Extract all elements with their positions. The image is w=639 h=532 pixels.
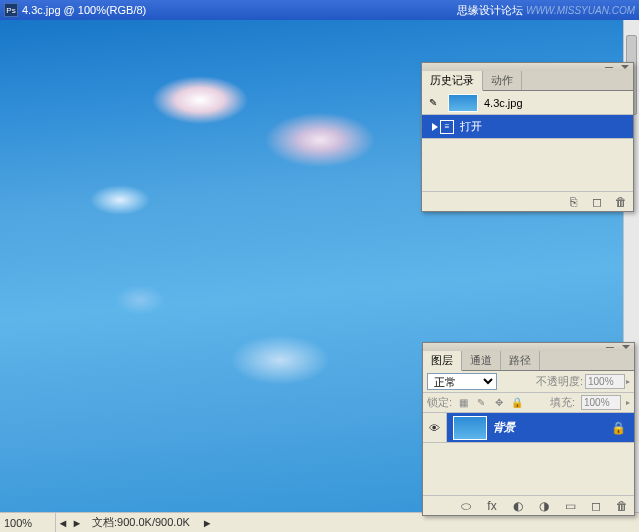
app-icon: Ps bbox=[4, 3, 18, 17]
link-icon[interactable]: ⬭ bbox=[458, 499, 474, 513]
adjustment-icon[interactable]: ◑ bbox=[536, 499, 552, 513]
document-icon: ≡ bbox=[440, 120, 454, 134]
opacity-input[interactable] bbox=[585, 374, 625, 389]
group-icon[interactable]: ▭ bbox=[562, 499, 578, 513]
layers-panel-tabs: 图层 通道 路径 bbox=[423, 351, 634, 371]
snapshot-label: 4.3c.jpg bbox=[484, 97, 523, 109]
new-snapshot-icon[interactable]: ◻ bbox=[589, 195, 605, 209]
lock-options-row: 锁定: ▦ ✎ ✥ 🔒 填充: ▸ bbox=[423, 393, 634, 413]
info-dropdown-icon[interactable]: ► bbox=[202, 517, 213, 529]
watermark-text: WWW.MISSYUAN.COM bbox=[526, 5, 635, 16]
history-panel: — 历史记录 动作 ✎ 4.3c.jpg ≡ 打开 ⎘ ◻ 🗑 bbox=[421, 62, 634, 212]
history-state-open[interactable]: ≡ 打开 bbox=[422, 115, 633, 139]
forum-name: 思缘设计论坛 bbox=[457, 3, 523, 18]
trash-icon[interactable]: 🗑 bbox=[613, 195, 629, 209]
new-layer-icon[interactable]: ◻ bbox=[588, 499, 604, 513]
lock-paint-icon[interactable]: ✎ bbox=[474, 396, 488, 410]
tab-channels[interactable]: 通道 bbox=[462, 351, 501, 370]
history-state-label: 打开 bbox=[460, 119, 482, 134]
new-document-icon[interactable]: ⎘ bbox=[565, 195, 581, 209]
layer-thumbnail[interactable] bbox=[453, 416, 487, 440]
minimize-icon[interactable]: — bbox=[603, 62, 615, 70]
lock-label: 锁定: bbox=[427, 395, 452, 410]
tab-history[interactable]: 历史记录 bbox=[422, 71, 483, 91]
chevron-right-icon[interactable]: ▸ bbox=[626, 398, 630, 407]
nav-right-icon[interactable]: ► bbox=[70, 517, 84, 529]
window-titlebar: Ps 4.3c.jpg @ 100%(RGB/8) 思缘设计论坛 WWW.MIS… bbox=[0, 0, 639, 20]
play-icon bbox=[432, 123, 438, 131]
minimize-icon[interactable]: — bbox=[604, 342, 616, 350]
layer-name-label[interactable]: 背景 bbox=[493, 420, 611, 435]
layers-panel: — 图层 通道 路径 正常 不透明度: ▸ 锁定: ▦ ✎ ✥ 🔒 填充: ▸ … bbox=[422, 342, 635, 516]
snapshot-thumbnail bbox=[448, 94, 478, 112]
tab-actions[interactable]: 动作 bbox=[483, 71, 522, 90]
blend-mode-select[interactable]: 正常 bbox=[427, 373, 497, 390]
layer-options-row: 正常 不透明度: ▸ bbox=[423, 371, 634, 393]
chevron-right-icon[interactable]: ▸ bbox=[626, 377, 630, 386]
tab-paths[interactable]: 路径 bbox=[501, 351, 540, 370]
opacity-label: 不透明度: bbox=[536, 374, 583, 389]
layer-background[interactable]: 👁 背景 🔒 bbox=[423, 413, 634, 443]
brush-icon: ✎ bbox=[426, 96, 440, 110]
history-list: ✎ 4.3c.jpg ≡ 打开 bbox=[422, 91, 633, 191]
panel-drag-handle[interactable]: — bbox=[422, 63, 633, 71]
fill-label: 填充: bbox=[550, 395, 575, 410]
visibility-eye-icon[interactable]: 👁 bbox=[423, 413, 447, 442]
lock-all-icon[interactable]: 🔒 bbox=[510, 396, 524, 410]
panel-drag-handle[interactable]: — bbox=[423, 343, 634, 351]
fx-icon[interactable]: fx bbox=[484, 499, 500, 513]
document-title: 4.3c.jpg @ 100%(RGB/8) bbox=[22, 4, 457, 16]
history-snapshot[interactable]: ✎ 4.3c.jpg bbox=[422, 91, 633, 115]
history-footer: ⎘ ◻ 🗑 bbox=[422, 191, 633, 211]
lock-transparent-icon[interactable]: ▦ bbox=[456, 396, 470, 410]
fill-input[interactable] bbox=[581, 395, 621, 410]
document-size-info: 文档:900.0K/900.0K bbox=[84, 515, 198, 530]
layers-list: 👁 背景 🔒 bbox=[423, 413, 634, 495]
tab-layers[interactable]: 图层 bbox=[423, 351, 462, 371]
zoom-input[interactable]: 100% bbox=[0, 513, 56, 532]
mask-icon[interactable]: ◐ bbox=[510, 499, 526, 513]
layers-footer: ⬭ fx ◐ ◑ ▭ ◻ 🗑 bbox=[423, 495, 634, 515]
nav-left-icon[interactable]: ◄ bbox=[56, 517, 70, 529]
trash-icon[interactable]: 🗑 bbox=[614, 499, 630, 513]
history-panel-tabs: 历史记录 动作 bbox=[422, 71, 633, 91]
lock-move-icon[interactable]: ✥ bbox=[492, 396, 506, 410]
lock-icon: 🔒 bbox=[611, 421, 626, 435]
